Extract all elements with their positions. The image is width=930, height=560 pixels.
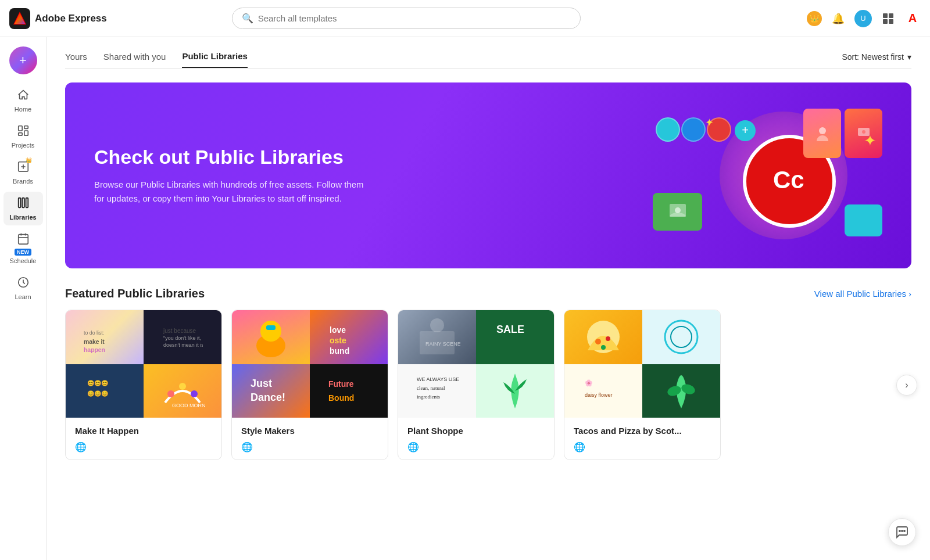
crown-icon[interactable]: 👑: [807, 11, 822, 26]
svg-text:🌸: 🌸: [585, 379, 593, 387]
svg-text:to do list:: to do list:: [84, 330, 104, 336]
create-new-button[interactable]: +: [9, 46, 37, 74]
svg-text:Just: Just: [251, 378, 272, 389]
sort-label: Sort: Newest first: [842, 52, 904, 62]
svg-text:Future: Future: [328, 379, 354, 389]
art-card-pink: [803, 109, 841, 158]
logo-area: Adobe Express: [9, 8, 114, 29]
projects-icon: [17, 124, 30, 140]
tab-yours[interactable]: Yours: [65, 52, 87, 67]
scroll-right-button[interactable]: ›: [896, 375, 917, 396]
svg-text:happen: happen: [84, 347, 105, 353]
sidebar-label-learn: Learn: [15, 293, 31, 300]
svg-text:ingredients: ingredients: [417, 394, 440, 400]
sidebar-item-projects[interactable]: Projects: [3, 120, 43, 153]
notifications-icon[interactable]: 🔔: [830, 10, 846, 27]
main-content: Yours Shared with you Public Libraries S…: [46, 37, 930, 560]
card-image-sm-tr: love oste bund: [310, 310, 388, 364]
tabs-bar: Yours Shared with you Public Libraries S…: [65, 51, 911, 69]
art-person-1: [656, 117, 680, 142]
card-name-tp: Tacos and Pizza by Scot...: [574, 426, 711, 436]
svg-point-12: [819, 127, 826, 134]
card-image-mih-tr: just because "you don't like it, doesn't…: [144, 310, 221, 364]
card-globe-mih: 🌐: [75, 441, 212, 453]
card-name-ps: Plant Shoppe: [407, 426, 545, 436]
svg-rect-32: [266, 325, 276, 330]
search-bar[interactable]: 🔍: [232, 8, 581, 29]
sidebar-item-home[interactable]: Home: [3, 84, 43, 117]
card-image-mih-br: GOOD MORNING: [144, 364, 221, 418]
view-all-arrow: ›: [908, 289, 911, 299]
card-image-ps-bl: WE ALWAYS USE clean, natural ingredients: [398, 364, 476, 418]
sidebar-label-libraries: Libraries: [9, 214, 36, 221]
svg-point-52: [671, 326, 692, 347]
card-image-sm-tl: [232, 310, 310, 364]
library-card-plant-shoppe[interactable]: RAINY SCENE SALE: [398, 310, 555, 460]
card-image-mih-tl: to do list: make it happen: [66, 310, 144, 364]
sidebar-label-home: Home: [15, 106, 31, 113]
sort-chevron-icon: ▾: [907, 52, 911, 62]
card-info-ps: Plant Shoppe 🌐: [398, 418, 554, 460]
sort-control[interactable]: Sort: Newest first ▾: [842, 52, 911, 67]
card-name-sm: Style Makers: [241, 426, 378, 436]
card-globe-tp: 🌐: [574, 441, 711, 453]
featured-title: Featured Public Libraries: [65, 287, 205, 300]
svg-text:Dance!: Dance!: [251, 392, 285, 403]
sidebar-label-brands: Brands: [13, 178, 33, 185]
card-image-sm-bl: Just Dance!: [232, 364, 310, 418]
library-cards-container: to do list: make it happen just because: [65, 310, 911, 460]
svg-rect-2: [18, 126, 22, 131]
svg-rect-3: [24, 126, 27, 129]
art-person-2: [681, 117, 706, 142]
sidebar: + Home Projects: [0, 37, 46, 560]
chat-button[interactable]: [888, 518, 916, 546]
sidebar-item-brands[interactable]: 👑 Brands: [3, 156, 43, 189]
svg-text:doesn't mean it isn't: doesn't mean it isn't: [163, 342, 203, 348]
library-card-style-makers[interactable]: love oste bund Just Dance!: [231, 310, 388, 460]
svg-text:RAINY SCENE: RAINY SCENE: [425, 341, 460, 347]
card-info-mih: Make It Happen 🌐: [66, 418, 221, 460]
sidebar-item-libraries[interactable]: Libraries: [3, 192, 43, 225]
view-all-link[interactable]: View all Public Libraries ›: [814, 289, 911, 299]
svg-text:bund: bund: [330, 346, 349, 356]
library-card-make-it-happen[interactable]: to do list: make it happen just because: [65, 310, 222, 460]
view-all-label: View all Public Libraries: [814, 289, 906, 299]
svg-rect-8: [22, 198, 24, 208]
svg-text:SALE: SALE: [496, 324, 524, 335]
app-logo-icon: [9, 8, 30, 29]
svg-text:Bound: Bound: [328, 393, 354, 403]
avatar[interactable]: U: [854, 10, 872, 27]
svg-rect-7: [18, 198, 20, 208]
grid-apps-icon[interactable]: [880, 10, 896, 27]
svg-rect-4: [24, 131, 27, 135]
svg-text:just because: just because: [163, 328, 196, 334]
card-image-ps-br: [476, 364, 554, 418]
card-image-mih-bl: 😊😊😊 😊😊😊: [66, 364, 144, 418]
art-star-1: ✦: [864, 132, 877, 150]
svg-point-57: [899, 530, 900, 532]
library-card-tacos-pizza[interactable]: 🌸 daisy flower: [564, 310, 721, 460]
svg-point-49: [606, 336, 610, 341]
tab-shared[interactable]: Shared with you: [103, 52, 166, 67]
sidebar-item-schedule[interactable]: NEW Schedule: [3, 228, 43, 269]
tab-public-libraries[interactable]: Public Libraries: [182, 51, 248, 68]
card-image-tp-tr: [642, 310, 720, 364]
svg-text:make it: make it: [84, 339, 105, 345]
svg-text:"you don't like it,: "you don't like it,: [163, 335, 201, 341]
search-icon: 🔍: [242, 13, 253, 24]
app-name: Adobe Express: [35, 13, 107, 24]
libraries-icon: [17, 196, 30, 212]
svg-text:Cc: Cc: [773, 166, 804, 193]
banner-artwork: +: [650, 106, 882, 245]
svg-point-41: [430, 318, 444, 332]
card-globe-ps: 🌐: [407, 441, 545, 453]
svg-rect-10: [18, 235, 28, 245]
adobe-logo-icon[interactable]: A: [904, 10, 921, 27]
search-input[interactable]: [258, 13, 571, 23]
svg-point-59: [904, 530, 905, 532]
svg-rect-9: [26, 198, 28, 208]
svg-point-58: [902, 530, 903, 532]
nav-right: 👑 🔔 U A: [807, 10, 921, 27]
sidebar-item-learn[interactable]: Learn: [3, 271, 43, 305]
card-image-tp-bl: 🌸 daisy flower: [564, 364, 642, 418]
